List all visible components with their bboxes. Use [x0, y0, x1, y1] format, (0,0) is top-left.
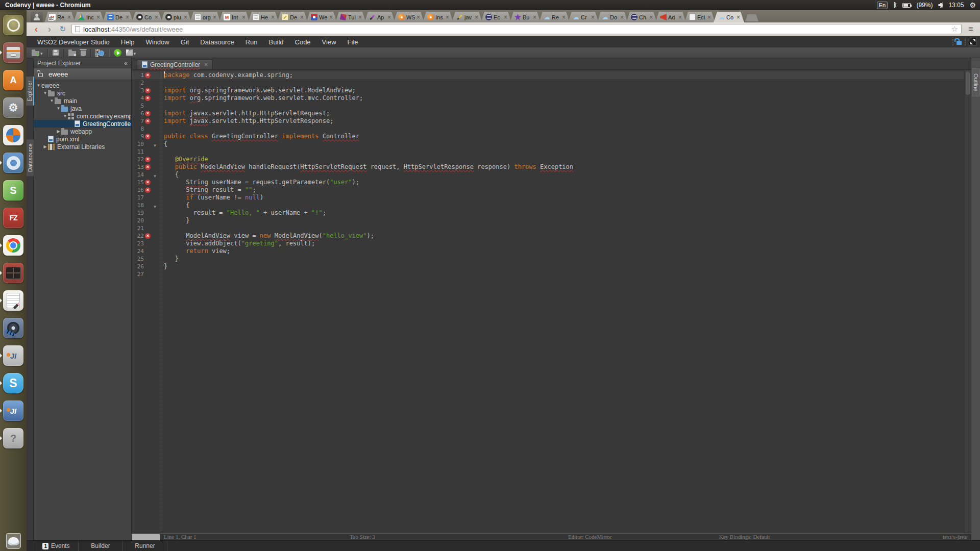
launcher-item-swirl-app[interactable] — [0, 121, 27, 149]
menu-item-file[interactable]: File — [342, 38, 364, 46]
panel-tab-builder[interactable]: Builder — [78, 541, 123, 551]
tab-close-icon[interactable] — [533, 15, 536, 20]
delete-button[interactable] — [81, 49, 86, 56]
panel-tab-events[interactable]: 1Events — [34, 541, 79, 551]
key-bindings[interactable]: Key Bindings: Default — [719, 534, 770, 540]
tab-close-icon[interactable] — [96, 15, 100, 20]
scrollbar-thumb[interactable] — [966, 71, 970, 95]
tree-arrow-icon[interactable]: ▶ — [42, 144, 48, 149]
panel-tab-runner[interactable]: Runner — [122, 541, 167, 551]
browser-tab[interactable]: Inc — [74, 12, 104, 22]
browser-tab[interactable]: De — [103, 12, 133, 22]
browser-tab[interactable]: Ins — [423, 12, 453, 22]
browser-tab[interactable]: Do — [597, 12, 628, 22]
tab-close-icon[interactable] — [562, 15, 566, 20]
tab-close-icon[interactable] — [358, 15, 362, 20]
browser-tab[interactable]: Ch — [626, 12, 657, 22]
tab-explorer[interactable]: Explorer — [26, 77, 34, 106]
close-project-button[interactable] — [68, 49, 76, 56]
menu-item-build[interactable]: Build — [263, 38, 289, 46]
forward-button[interactable] — [45, 24, 54, 34]
menu-item-run[interactable]: Run — [240, 38, 263, 46]
launcher-item-file-manager[interactable] — [0, 39, 27, 66]
tree-item-greetingcontroller[interactable]: GreetingController — [34, 120, 131, 128]
tree-arrow-icon[interactable]: ▼ — [49, 98, 55, 103]
browser-tab[interactable]: Re — [539, 12, 570, 22]
tab-close-icon[interactable] — [155, 15, 158, 20]
battery-icon[interactable] — [902, 3, 911, 8]
editor-scrollbar[interactable] — [964, 70, 971, 533]
unlock-icon[interactable] — [957, 41, 962, 45]
browser-menu-icon[interactable] — [966, 24, 976, 34]
tree-item-com-codenvy-example-sp[interactable]: ▼com.codenvy.example.sp — [34, 112, 131, 120]
collapse-panel-icon[interactable] — [124, 60, 128, 67]
tab-close-icon[interactable] — [416, 15, 420, 20]
tab-close-icon[interactable] — [591, 15, 595, 20]
browser-tab[interactable]: Re — [44, 12, 75, 22]
tree-arrow-icon[interactable]: ▼ — [62, 114, 68, 118]
tab-outline[interactable]: Outline — [972, 68, 980, 96]
fold-arrow-icon[interactable] — [152, 201, 158, 210]
browser-tab[interactable]: Ad — [655, 12, 686, 22]
build-button[interactable] — [95, 49, 104, 56]
editor-tab-greetingcontroller[interactable]: GreetingController — [137, 59, 213, 69]
tree-item-main[interactable]: ▼main — [34, 97, 131, 105]
bluetooth-icon[interactable]: ᛒ — [893, 2, 897, 9]
browser-tab[interactable]: He — [248, 12, 279, 22]
tab-close-icon[interactable] — [475, 15, 478, 20]
menu-item-git[interactable]: Git — [175, 38, 195, 46]
launcher-item-skype[interactable]: S — [0, 369, 27, 397]
save-button[interactable] — [53, 49, 59, 56]
fold-arrow-icon[interactable] — [152, 140, 158, 149]
browser-tab[interactable]: WS — [394, 12, 424, 22]
bookmark-star-icon[interactable] — [951, 24, 958, 34]
browser-tab[interactable]: plu — [161, 12, 191, 22]
tab-close-icon[interactable] — [126, 15, 129, 20]
browser-tab[interactable]: Co — [714, 12, 744, 22]
tab-close-icon[interactable] — [707, 15, 711, 20]
browser-avatar-button[interactable] — [31, 12, 43, 22]
keyboard-layout-indicator[interactable]: En — [877, 2, 888, 9]
session-gear-icon[interactable] — [969, 2, 976, 9]
browser-tab[interactable]: We — [306, 12, 337, 22]
browser-tab[interactable]: Ec — [481, 12, 511, 22]
menu-item-datasource[interactable]: Datasource — [194, 38, 239, 46]
clock[interactable]: 13:05 — [948, 2, 964, 9]
tree-item-external-libraries[interactable]: ▶External Libraries — [34, 143, 131, 151]
tree-arrow-icon[interactable]: ▶ — [56, 129, 61, 134]
menu-item-help[interactable]: Help — [115, 38, 140, 46]
menu-item-view[interactable]: View — [316, 38, 342, 46]
menu-item-window[interactable]: Window — [140, 38, 175, 46]
volume-icon[interactable] — [938, 2, 943, 8]
browser-tab[interactable]: Int — [219, 12, 250, 22]
tab-datasource[interactable]: Datasource — [27, 139, 34, 176]
launcher-item-trash[interactable] — [0, 523, 27, 551]
tab-close-icon[interactable] — [242, 15, 246, 20]
launcher-item-media-player[interactable] — [0, 314, 27, 342]
tree-item-webapp[interactable]: ▶webapp — [34, 128, 131, 135]
tab-close-icon[interactable] — [649, 15, 653, 20]
reload-button[interactable] — [58, 24, 67, 34]
browser-tab[interactable]: De — [277, 12, 308, 22]
browser-tab[interactable]: Co — [132, 12, 162, 22]
tree-arrow-icon[interactable]: ▼ — [36, 83, 41, 88]
tab-close-icon[interactable] — [213, 15, 216, 20]
tab-close-icon[interactable] — [329, 15, 333, 20]
browser-tab[interactable]: Tul — [335, 12, 366, 22]
browser-tab[interactable]: Cr — [568, 12, 599, 22]
tab-close-icon[interactable] — [67, 15, 71, 20]
launcher-item-text-editor[interactable] — [0, 287, 27, 314]
launcher-item-terminator-terminal[interactable] — [0, 259, 27, 287]
launcher-item-system-settings[interactable]: ⚙ — [0, 94, 27, 121]
launcher-item-filezilla[interactable]: FZ — [0, 204, 27, 232]
browser-tab[interactable]: Ap — [364, 12, 395, 22]
run-button[interactable] — [114, 49, 121, 57]
tab-close-icon[interactable] — [271, 15, 275, 20]
launcher-item-intellij-idea-community[interactable]: JI — [0, 342, 27, 369]
tab-close-icon[interactable] — [678, 15, 682, 20]
tab-close-icon[interactable] — [300, 15, 304, 20]
tab-close-icon[interactable] — [737, 15, 740, 20]
fold-arrow-icon[interactable] — [152, 170, 158, 180]
tree-item-pom-xml[interactable]: pom.xml — [34, 135, 131, 143]
back-button[interactable] — [32, 24, 41, 34]
